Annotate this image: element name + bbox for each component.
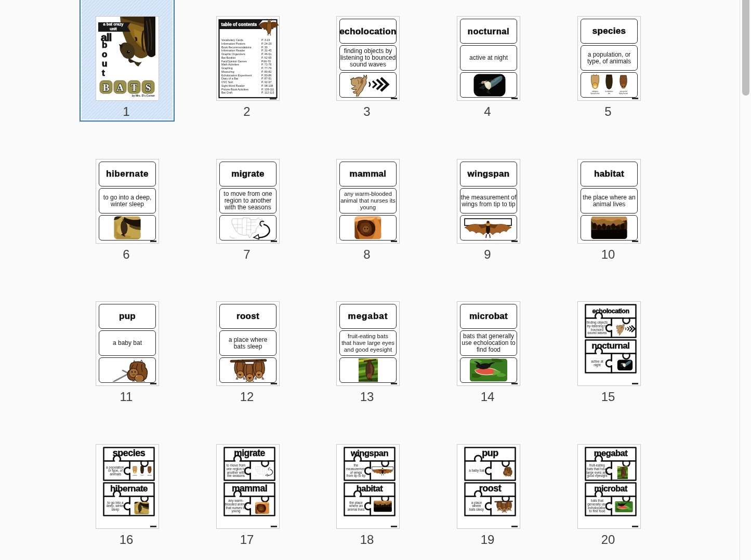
svg-text:P. 98-108: P. 98-108 [261,84,273,87]
svg-text:P.66-70: P.66-70 [261,60,271,63]
svg-text:P. 112-113: P. 112-113 [261,91,274,94]
svg-text:flying fox bat: flying fox bat [619,92,628,95]
svg-text:Echolocation Experiment: Echolocation Experiment [221,74,252,77]
svg-text:P. 24-29: P. 24-29 [261,42,271,45]
svg-text:P. 83-86: P. 83-86 [261,74,271,77]
svg-text:Vocabulary Cards: Vocabulary Cards [221,38,243,42]
svg-text:to move fromone region toanoth: to move fromone region toanother withthe… [227,463,246,477]
svg-text:bumblebee: bumblebee [140,474,144,475]
svg-text:the placewhere ananimal lives: the placewhere ananimal lives [348,500,365,511]
svg-text:P. 46-61: P. 46-61 [261,52,271,56]
svg-text:P. 62-65: P. 62-65 [261,56,271,59]
svg-text:a baby bat: a baby bat [469,469,484,473]
svg-text:Measuring: Measuring [221,70,234,73]
svg-text:flying fox bat: flying fox bat [591,92,600,95]
svg-text:Book Recommendations: Book Recommendations [221,46,252,49]
svg-text:Information Posters: Information Posters [221,42,245,45]
svg-text:P. 109-111: P. 109-111 [261,88,274,91]
svg-text:P. 71-76: P. 71-76 [261,63,271,66]
svg-text:finding objectsby listening to: finding objectsby listening tobouncedsou… [587,321,608,335]
svg-text:Diary of a Bat: Diary of a Bat [221,77,239,80]
svg-text:P. 77-79: P. 77-79 [261,66,271,70]
svg-text:Graphic Organizers: Graphic Organizers [221,52,245,56]
svg-text:Picture Book Activities: Picture Book Activities [221,88,248,91]
svg-text:Graphing: Graphing [221,66,233,70]
svg-text:Sight Word Reader: Sight Word Reader [221,84,245,87]
svg-text:P. 3-23: P. 3-23 [261,38,270,42]
svg-text:P. 92-97: P. 92-97 [261,81,271,84]
svg-text:fruit-eatingbats that havelarg: fruit-eatingbats that havelarge eyes and… [586,463,608,478]
svg-text:P. 80-82: P. 80-82 [261,70,271,73]
svg-text:CVC Sort: CVC Sort [221,81,233,84]
svg-text:Fact/Opinion Games: Fact/Opinion Games [221,60,247,63]
svg-text:Math Activities: Math Activities [221,63,239,66]
svg-text:P. 31-45: P. 31-45 [261,49,271,52]
svg-text:Information Reader: Information Reader [221,49,245,52]
svg-text:bat: bat [608,92,610,95]
svg-text:P. 87-91: P. 87-91 [261,77,271,80]
svg-text:Bat Craft: Bat Craft [221,91,232,94]
svg-text:Bat Booklet: Bat Booklet [221,56,236,59]
svg-text:P. 30: P. 30 [261,46,268,49]
svg-text:pup: pup [482,447,498,458]
svg-text:roost: roost [479,483,502,493]
